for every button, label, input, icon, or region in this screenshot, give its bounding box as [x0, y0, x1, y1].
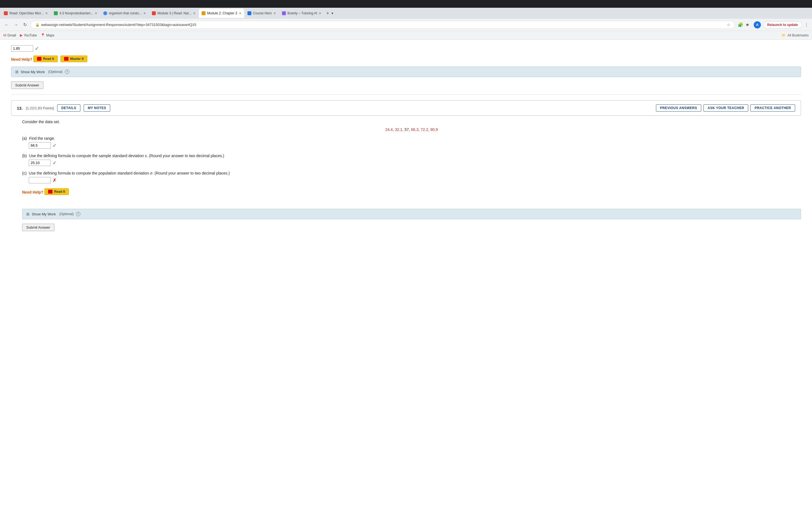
- master-it-icon: [64, 57, 69, 61]
- data-val-3: 57,: [405, 127, 410, 132]
- sub-a-input[interactable]: [29, 142, 51, 149]
- relaunch-button[interactable]: Relaunch to update: [763, 21, 802, 28]
- tab-close-1[interactable]: ✕: [45, 12, 48, 15]
- upper-submit-section: Submit Answer: [11, 82, 801, 89]
- star-icon[interactable]: ☆: [727, 23, 730, 27]
- question-13-body: Consider the data set. 24.4, 32.1, 57, 6…: [11, 120, 801, 231]
- q13-help-icon[interactable]: ?: [76, 212, 81, 216]
- bookmarks-all[interactable]: 📁 All Bookmarks: [782, 33, 809, 37]
- sub-question-b: (b) Use the defining formula to compute …: [22, 153, 801, 166]
- upper-submit-button[interactable]: Submit Answer: [11, 82, 43, 89]
- details-button[interactable]: DETAILS: [57, 104, 81, 112]
- tab-nonproteobacteria[interactable]: 4.3 Nonproteobacteri... ✕: [51, 9, 100, 18]
- sub-question-a: (a) Find the range. ✓: [22, 136, 801, 149]
- q13-show-my-work[interactable]: ⊞ Show My Work (Optional) ?: [22, 209, 801, 219]
- question-13-number: 13.: [17, 106, 23, 111]
- upper-read-it-button[interactable]: Read It: [33, 56, 58, 62]
- q13-need-help: Need Help? Read It: [22, 188, 801, 195]
- sub-b-answer: ✓: [29, 160, 801, 166]
- sub-a-text: Find the range.: [29, 136, 55, 141]
- sub-a-label: (a) Find the range.: [22, 136, 801, 141]
- tab-module2-active[interactable]: Module 2: Chapter 3 ✕: [199, 9, 244, 18]
- q13-read-it-button[interactable]: Read It: [44, 188, 69, 195]
- sub-b-var: s: [145, 153, 147, 158]
- menu-icon[interactable]: ⋮: [804, 22, 809, 27]
- sub-c-label: (c) Use the defining formula to compute …: [22, 171, 801, 175]
- data-set: 24.4, 32.1, 57, 66.3, 72.2, 90.9: [22, 127, 801, 132]
- tab-close-2[interactable]: ✕: [95, 12, 97, 15]
- optional-label: (Optional): [48, 70, 63, 74]
- tab-favicon-3: [103, 11, 107, 15]
- previous-answers-button[interactable]: PREVIOUS ANSWERS: [656, 104, 701, 112]
- upper-need-help: Need Help? Read It Master It: [11, 56, 801, 62]
- help-icon[interactable]: ?: [65, 70, 69, 74]
- bookmark-gmail-label: Gmail: [8, 33, 16, 37]
- tab-label-1: Read: OpenStax Micr...: [10, 11, 44, 15]
- bookmark-youtube-label: YouTube: [24, 33, 37, 37]
- bookmark-maps[interactable]: 📍 Maps: [41, 33, 54, 37]
- sub-c-text: Use the defining formula to compute the …: [29, 171, 230, 175]
- tab-favicon-4: [152, 11, 156, 15]
- data-val-2: 32.1,: [395, 127, 404, 132]
- sub-b-input[interactable]: [29, 160, 51, 166]
- q13-expand-icon: ⊞: [26, 212, 30, 216]
- tab-close-5[interactable]: ✕: [239, 12, 242, 15]
- read-it-icon: [37, 57, 41, 61]
- tab-brainly[interactable]: Brainly – Tutoring AI ✕: [279, 9, 324, 18]
- sub-b-text: Use the defining formula to compute the …: [29, 153, 224, 158]
- bookmark-youtube[interactable]: ▶ YouTube: [20, 33, 37, 37]
- upper-answer-input[interactable]: [11, 45, 33, 52]
- tab-coursehero[interactable]: Course Hero ✕: [245, 9, 279, 18]
- q13-submit-button[interactable]: Submit Answer: [22, 224, 54, 231]
- tab-organism[interactable]: organism that condu... ✕: [101, 9, 149, 18]
- expand-icon: ⊞: [15, 70, 18, 74]
- sub-c-x: ✗: [53, 177, 57, 184]
- tab-close-7[interactable]: ✕: [319, 12, 321, 15]
- upper-read-it-label: Read It: [43, 57, 54, 61]
- tab-read-openstax[interactable]: Read: OpenStax Micr... ✕: [1, 9, 50, 18]
- show-my-work-label: Show My Work: [21, 70, 45, 74]
- bookmark-icon[interactable]: ★: [745, 22, 749, 27]
- question-13-points: [1.22/1.83 Points]: [26, 106, 54, 110]
- back-button[interactable]: ←: [3, 21, 10, 28]
- sub-b-check: ✓: [53, 160, 57, 166]
- bookmark-gmail[interactable]: M Gmail: [3, 33, 16, 37]
- youtube-favicon: ▶: [20, 33, 23, 37]
- q13-show-my-work-label: Show My Work: [32, 212, 56, 216]
- new-tab-button[interactable]: +: [324, 11, 331, 16]
- sub-c-var: σ: [150, 171, 152, 175]
- q13-read-it-label: Read It: [54, 190, 65, 194]
- tab-label-7: Brainly – Tutoring AI: [288, 11, 317, 15]
- sub-c-letter: (c): [22, 171, 27, 175]
- folder-icon: 📁: [782, 33, 786, 37]
- tab-close-3[interactable]: ✕: [143, 12, 146, 15]
- upper-master-it-label: Master It: [70, 57, 84, 61]
- address-icons: 🧩 ★ A Relaunch to update ⋮: [738, 21, 809, 28]
- practice-another-button[interactable]: PRACTICE ANOTHER: [750, 104, 795, 112]
- data-val-4: 66.3,: [411, 127, 420, 132]
- sub-a-answer: ✓: [29, 142, 801, 149]
- reload-button[interactable]: ↻: [22, 21, 28, 28]
- url-bar[interactable]: 🔒 webassign.net/web/Student/Assignment-R…: [31, 21, 735, 29]
- upper-show-my-work[interactable]: ⊞ Show My Work (Optional) ?: [11, 67, 801, 77]
- tab-favicon-5: [202, 11, 205, 15]
- tab-close-4[interactable]: ✕: [193, 12, 195, 15]
- upper-master-it-button[interactable]: Master It: [60, 56, 87, 62]
- sub-c-input[interactable]: [29, 177, 51, 184]
- bookmark-maps-label: Maps: [46, 33, 54, 37]
- forward-button[interactable]: →: [13, 21, 19, 28]
- tab-label-2: 4.3 Nonproteobacteri...: [59, 11, 93, 15]
- user-avatar[interactable]: A: [754, 21, 761, 28]
- tab-close-6[interactable]: ✕: [273, 12, 276, 15]
- tab-expand-button[interactable]: ▾: [331, 11, 333, 15]
- q13-need-help-label: Need Help?: [22, 190, 43, 194]
- tab-label-6: Course Hero: [253, 11, 272, 15]
- ask-teacher-button[interactable]: ASK YOUR TEACHER: [704, 104, 748, 112]
- tab-module3[interactable]: Module 3 | Read: Nat... ✕: [149, 9, 198, 18]
- extensions-icon[interactable]: 🧩: [738, 22, 743, 27]
- upper-answer-section: ✓ Need Help? Read It Master It ⊞ Show My…: [11, 45, 801, 89]
- my-notes-button[interactable]: MY NOTES: [84, 104, 110, 112]
- divider-1: [11, 94, 801, 95]
- sub-b-letter: (b): [22, 153, 27, 158]
- question-13-header: 13. [1.22/1.83 Points] DETAILS MY NOTES …: [11, 100, 801, 116]
